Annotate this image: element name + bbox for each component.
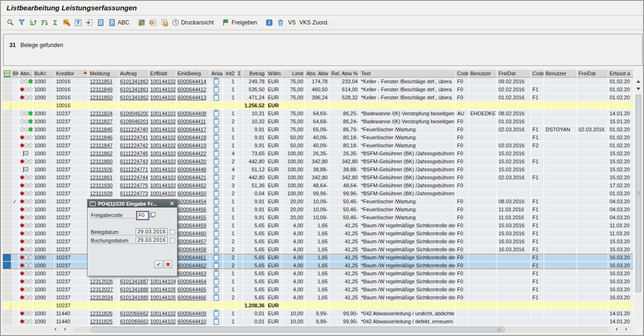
auftrag-link[interactable]: 6101341888 (120, 287, 149, 292)
cell-erfblatt[interactable]: 1001441024 (149, 86, 176, 94)
table-row[interactable]: 1000102371231186161112247441001441034600… (3, 174, 634, 182)
dialog-title-bar[interactable]: PO4(1)/220 Eingabe Fr... ✕ (88, 200, 177, 208)
cell-auftrag[interactable]: 6111224742 (119, 142, 149, 150)
cell-auftrag[interactable]: 6101341861 (119, 86, 149, 94)
table-row[interactable]: 1000102371231202461013418891001441051600… (3, 294, 634, 302)
meldung-link[interactable]: 12311826 (90, 311, 113, 316)
vscroll-grip[interactable] (637, 192, 640, 196)
cell-auftrag[interactable]: 6101341889 (119, 294, 149, 302)
cell-meldung[interactable]: 12311928 (89, 190, 119, 198)
sort-ascending-button[interactable] (27, 18, 39, 27)
cell-meldung[interactable]: 12311850 (89, 94, 119, 102)
hscroll-track[interactable] (74, 327, 609, 332)
col-header-waehrg[interactable]: Währg (266, 69, 282, 78)
cell-erfblatt[interactable]: 1001441022 (149, 118, 176, 126)
freigabecode-input[interactable]: F0 (137, 211, 149, 220)
cell-auftrag[interactable]: 6101341887 (119, 278, 149, 286)
auftrag-link[interactable]: 6101341863 (120, 79, 149, 84)
einkbeleg-link[interactable]: 6000644459 (177, 223, 206, 228)
row-selector[interactable] (3, 174, 11, 182)
set-filter-button[interactable] (72, 18, 84, 27)
einkbeleg-link[interactable]: 6000644455 (177, 215, 206, 220)
col-header-freidat1[interactable]: FreiDat (497, 69, 531, 78)
meldung-link[interactable]: 12312024 (90, 295, 113, 300)
row-selector[interactable] (3, 286, 11, 294)
vscroll-thumb[interactable] (636, 95, 641, 292)
cell-erfblatt[interactable]: 1001441028 (149, 142, 176, 150)
row-selector[interactable] (3, 86, 11, 94)
cell-erfblatt[interactable]: 1001441049 (149, 278, 176, 286)
col-header-meldung[interactable]: Meldung (89, 69, 119, 78)
table-row[interactable]: 1000102371231186061112247431001441032600… (3, 158, 634, 166)
einkbeleg-link[interactable]: 6000644461 (177, 255, 206, 260)
row-selector[interactable] (3, 126, 11, 134)
subtotal-row[interactable]: 100161.256,52EUR (3, 102, 634, 110)
buchungsdatum-input[interactable]: 29.03.2016 (136, 237, 168, 244)
einkbeleg-link[interactable]: 6000644450 (177, 191, 206, 196)
meldung-link[interactable]: 12311851 (90, 79, 113, 84)
row-selector[interactable] (3, 310, 11, 318)
attachment-icon[interactable] (214, 183, 219, 189)
einkbeleg-link[interactable]: 6000644413 (177, 95, 206, 100)
attachment-icon[interactable] (214, 287, 219, 293)
einkbeleg-link[interactable]: 6000644448 (177, 167, 206, 172)
einkbeleg-link[interactable]: 6000644466 (177, 295, 206, 300)
col-header-anlagen[interactable]: Anlagen (210, 69, 223, 78)
cell-auftrag[interactable]: 6111224744 (119, 174, 149, 182)
einkbeleg-link[interactable]: 6000644418 (177, 135, 206, 140)
cell-einkbeleg[interactable]: 6000644462 (176, 262, 210, 270)
export-button[interactable] (84, 18, 95, 27)
cell-anlagen[interactable] (210, 246, 223, 254)
einkbeleg-link[interactable]: 6000644412 (177, 87, 206, 92)
meldung-link[interactable]: 12311860 (90, 159, 113, 164)
delete-button[interactable] (275, 18, 286, 27)
cell-meldung[interactable]: 12311861 (89, 174, 119, 182)
auftrag-link[interactable]: 6111224775 (120, 183, 148, 188)
cell-einkbeleg[interactable]: 6000644463 (176, 270, 210, 278)
attachment-icon[interactable] (214, 119, 219, 125)
row-selector[interactable] (3, 206, 11, 214)
cell-meldung[interactable]: 12311849 (89, 86, 119, 94)
einkbeleg-link[interactable]: 6000644420 (177, 159, 206, 164)
cell-auftrag[interactable]: 6109046201 (119, 118, 149, 126)
cell-erfblatt[interactable]: 1001441027 (149, 134, 176, 142)
attachment-icon[interactable] (214, 311, 219, 317)
einkbeleg-link[interactable]: 6000644417 (177, 127, 206, 132)
auftrag-link[interactable]: 6111224741 (120, 135, 148, 140)
cell-einkbeleg[interactable]: 6000644448 (176, 166, 210, 174)
table-row[interactable]: 1000114401231182661020666621001441020600… (3, 310, 634, 318)
attachment-icon[interactable] (214, 143, 219, 149)
cell-meldung[interactable]: 12311845 (89, 126, 119, 134)
col-header-betrag[interactable]: Betrag (243, 69, 266, 78)
erfblatt-link[interactable]: 1001441050 (150, 287, 176, 292)
attachment-icon[interactable] (214, 279, 219, 285)
auftrag-link[interactable]: 6102066663 (120, 319, 149, 324)
meldung-link[interactable]: 12311928 (90, 191, 113, 196)
attachment-icon[interactable] (214, 319, 219, 325)
auftrag-link[interactable]: 6109046200 (120, 111, 149, 116)
cell-anlagen[interactable] (210, 286, 223, 294)
cell-einkbeleg[interactable]: 6000644422 (176, 150, 210, 158)
col-header-erfasst[interactable]: Erfasst a (608, 69, 634, 78)
attachment-icon[interactable] (214, 223, 219, 229)
row-selector[interactable] (3, 182, 11, 190)
row-selector[interactable] (3, 102, 11, 110)
cell-anlagen[interactable] (210, 78, 223, 86)
table-row[interactable]: 1000102371231186261112247451001441031600… (3, 150, 634, 158)
buchungsdatum-checkbox[interactable] (170, 238, 175, 243)
confirm-button[interactable]: ✔ (154, 260, 163, 268)
table-row[interactable]: 1000102371231182761090462011001441022600… (3, 118, 634, 126)
cell-meldung[interactable]: 12311930 (89, 182, 119, 190)
release-button[interactable]: Freigeben (220, 18, 259, 27)
einkbeleg-link[interactable]: 6000644463 (177, 271, 206, 276)
erfblatt-link[interactable]: 1001441022 (150, 119, 176, 124)
cell-auftrag[interactable]: 6109046200 (119, 110, 149, 118)
einkbeleg-link[interactable]: 6000644462 (177, 263, 206, 268)
cell-anlagen[interactable] (210, 110, 223, 118)
attachment-icon[interactable] (214, 231, 219, 237)
col-header-sigma[interactable]: Σ (236, 69, 243, 78)
meldung-link[interactable]: 12311926 (90, 167, 113, 172)
auftrag-link[interactable]: 6109046201 (120, 119, 149, 124)
auftrag-link[interactable]: 6111224742 (120, 143, 148, 148)
erfblatt-link[interactable]: 1001441032 (150, 159, 176, 164)
